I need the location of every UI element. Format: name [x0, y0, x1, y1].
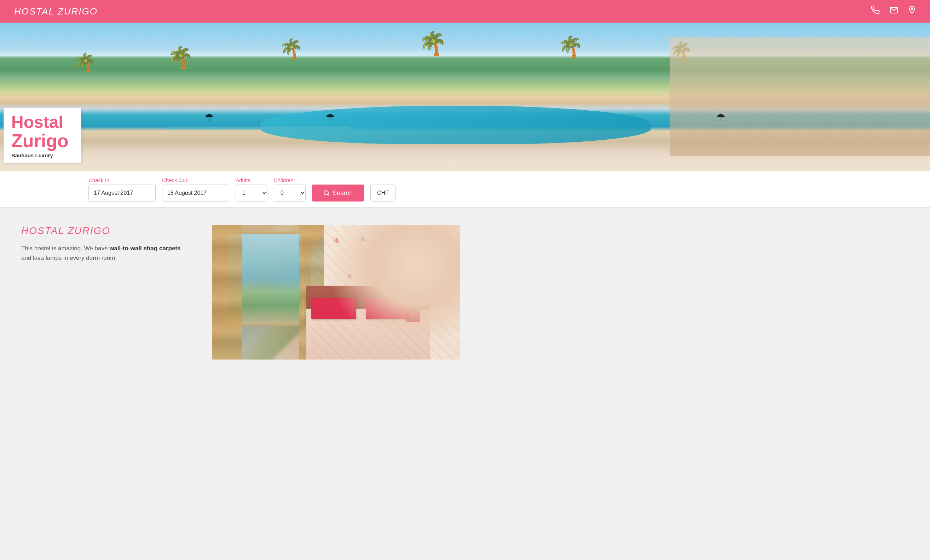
- palm-tree-4: 🌴: [419, 30, 447, 57]
- search-icon: [323, 190, 330, 196]
- lounger: [177, 127, 186, 129]
- content-description: This hostel is amazing. We have wall-to-…: [21, 244, 191, 263]
- lounger: [331, 127, 340, 129]
- children-select[interactable]: 0 1 2 3: [274, 184, 306, 201]
- lounger: [301, 127, 309, 129]
- lounger: [167, 127, 176, 129]
- currency-button[interactable]: CHF: [370, 184, 396, 201]
- lamp: [405, 288, 420, 322]
- room-image: ❧ ❧ ❧ ❧ ❧ ❧ ❧: [212, 225, 460, 359]
- content-text-bold: wall-to-wall shag carpets: [109, 245, 180, 252]
- bed-headboard: [306, 286, 430, 359]
- checkin-label: Check In:: [88, 177, 156, 183]
- wallpaper-pattern-5: ❧: [346, 268, 353, 284]
- children-field: Children: 0 1 2 3: [274, 177, 306, 201]
- location-icon[interactable]: [908, 6, 916, 17]
- curtain-left: [212, 225, 242, 359]
- search-button[interactable]: Search: [312, 184, 364, 201]
- phone-icon[interactable]: [871, 6, 880, 17]
- lounger: [311, 127, 319, 129]
- adults-label: Adults:: [236, 177, 268, 183]
- wallpaper-pattern-4: ❧: [424, 232, 430, 247]
- lounger: [219, 127, 227, 129]
- content-right: ❧ ❧ ❧ ❧ ❧ ❧ ❧: [212, 225, 460, 359]
- search-label: Search: [333, 189, 353, 197]
- curtain-right: [299, 225, 324, 359]
- checkout-field: Check Out:: [162, 177, 229, 201]
- lounger: [239, 127, 248, 129]
- logo-card: Hostal Zurigo Bauhaus Luxury: [3, 107, 82, 163]
- lounger: [342, 127, 350, 129]
- wallpaper-pattern-1: ❧: [333, 232, 340, 248]
- logo-hostal: Hostal: [11, 114, 74, 131]
- content-title: HOSTAL ZURIGO: [21, 225, 191, 236]
- lounger: [270, 127, 279, 129]
- svg-point-1: [911, 8, 913, 10]
- site-title: HOSTAL ZURIGO: [14, 6, 98, 17]
- booking-bar: Check In: Check Out: Adults: 1 2 3 4 Chi…: [0, 171, 930, 207]
- lounger: [208, 127, 217, 129]
- checkin-input[interactable]: [88, 184, 156, 201]
- lounger: [229, 127, 237, 129]
- lounger: [249, 127, 258, 129]
- svg-line-3: [328, 194, 329, 195]
- checkout-label: Check Out:: [162, 177, 229, 183]
- lounger: [260, 127, 268, 129]
- umbrella-1: ☂: [205, 111, 214, 124]
- building-right: [670, 37, 930, 156]
- checkin-field: Check In:: [88, 177, 156, 201]
- wallpaper-pattern-3: ❧: [394, 232, 401, 248]
- content-text-part1: This hostel is amazing. We have: [21, 245, 109, 252]
- lounger: [290, 127, 299, 129]
- lounger: [321, 127, 330, 129]
- pool: [260, 106, 651, 144]
- pillow-right: [366, 298, 410, 319]
- palm-tree-1: 🌴: [74, 52, 96, 73]
- wallpaper-area: ❧ ❧ ❧ ❧ ❧ ❧ ❧: [324, 225, 460, 359]
- email-icon[interactable]: [890, 6, 898, 17]
- site-header: HOSTAL ZURIGO: [0, 0, 930, 23]
- wallpaper-pattern-2: ❧: [360, 232, 366, 247]
- logo-subtitle: Bauhaus Luxury: [11, 152, 74, 158]
- adults-field: Adults: 1 2 3 4: [236, 177, 268, 201]
- hero-section: 🌴 🌴 🌴 🌴 🌴 🌴 ☂ ☂ ☂ Hostal Zurigo Bauhaus …: [0, 23, 930, 171]
- adults-select[interactable]: 1 2 3 4: [236, 184, 268, 201]
- checkout-input[interactable]: [162, 184, 229, 201]
- bed-linen: [306, 308, 430, 359]
- content-section: HOSTAL ZURIGO This hostel is amazing. We…: [0, 207, 930, 377]
- content-text-part2: and lava lamps in every dorm room.: [21, 255, 117, 261]
- wallpaper-pattern-6: ❧: [378, 268, 385, 285]
- wallpaper-pattern-7: ❧: [410, 268, 417, 283]
- pillow-left: [311, 298, 356, 319]
- umbrella-3: ☂: [716, 111, 725, 124]
- logo-zurigo: Zurigo: [11, 131, 74, 151]
- lounger: [280, 127, 289, 129]
- palm-tree-3: 🌴: [279, 37, 303, 60]
- lounger: [198, 127, 206, 129]
- children-label: Children:: [274, 177, 306, 183]
- palm-tree-2: 🌴: [167, 45, 194, 70]
- lounger: [188, 127, 196, 129]
- header-icons: [871, 6, 916, 17]
- content-left: HOSTAL ZURIGO This hostel is amazing. We…: [21, 225, 191, 263]
- umbrella-2: ☂: [325, 111, 335, 124]
- palm-tree-5: 🌴: [558, 35, 584, 59]
